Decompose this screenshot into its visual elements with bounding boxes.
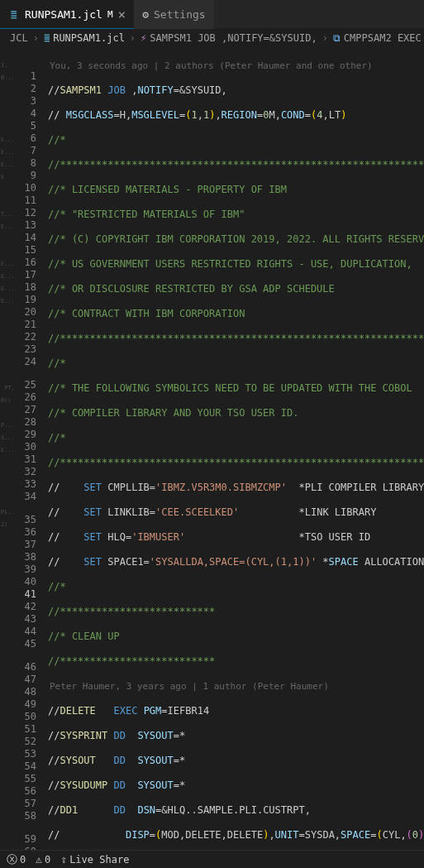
- codelens-annotation[interactable]: Peter Haumer, 3 years ago | 1 author (Pe…: [48, 680, 424, 693]
- breadcrumb-item[interactable]: RUNPSAM1.jcl: [53, 32, 125, 44]
- tab-settings[interactable]: ⚙ Settings: [134, 0, 213, 29]
- symbol-icon: ⚡: [141, 32, 146, 44]
- file-icon: ≣: [8, 8, 20, 21]
- status-errors[interactable]: ⓧ 0: [7, 852, 26, 867]
- editor-tabs: ≣ RUNPSAM1.jcl M × ⚙ Settings: [0, 0, 424, 29]
- code-editor[interactable]: You, 3 seconds ago | 2 authors (Peter Ha…: [48, 47, 424, 850]
- warning-icon: ⚠: [36, 853, 42, 866]
- chevron-right-icon: ›: [130, 32, 136, 44]
- error-icon: ⓧ: [7, 852, 17, 867]
- gear-icon: ⚙: [142, 8, 149, 21]
- tab-label: RUNPSAM1.jcl: [25, 8, 102, 21]
- status-liveshare[interactable]: ⇪ Live Share: [60, 853, 129, 866]
- editor-area: 1,0... E...E...E...E T...E...E...E... E.…: [0, 47, 424, 850]
- error-count: 0: [20, 854, 26, 866]
- breadcrumb-item[interactable]: SAMPSM1 JOB ,NOTIFY=&SYSUID,: [150, 32, 317, 44]
- symbol-icon: ⧉: [333, 32, 341, 44]
- chevron-right-icon: ›: [322, 32, 328, 44]
- codelens-annotation[interactable]: You, 3 seconds ago | 2 authors (Peter Ha…: [48, 60, 424, 72]
- liveshare-icon: ⇪: [60, 853, 67, 866]
- breadcrumb-item[interactable]: JCL: [10, 32, 28, 44]
- status-warnings[interactable]: ⚠ 0: [36, 853, 50, 866]
- file-icon: ≣: [44, 32, 50, 44]
- modified-badge: M: [107, 9, 113, 20]
- line-number-gutter[interactable]: 1234 5678 9101112 13141516 17181920 2122…: [15, 47, 48, 850]
- warning-count: 0: [45, 854, 50, 866]
- breadcrumb[interactable]: JCL › ≣ RUNPSAM1.jcl › ⚡ SAMPSM1 JOB ,NO…: [0, 29, 424, 47]
- outline-strip[interactable]: 1,0... E...E...E...E T...E...E...E... E.…: [0, 47, 15, 850]
- tab-runpsam1[interactable]: ≣ RUNPSAM1.jcl M ×: [0, 0, 134, 29]
- breadcrumb-item[interactable]: CMPPSAM2 EXEC PGM=: [344, 32, 424, 44]
- chevron-right-icon: ›: [33, 32, 39, 44]
- status-bar: ⓧ 0 ⚠ 0 ⇪ Live Share: [0, 850, 424, 868]
- close-icon[interactable]: ×: [118, 7, 126, 22]
- tab-label: Settings: [154, 8, 206, 21]
- liveshare-label: Live Share: [69, 854, 129, 866]
